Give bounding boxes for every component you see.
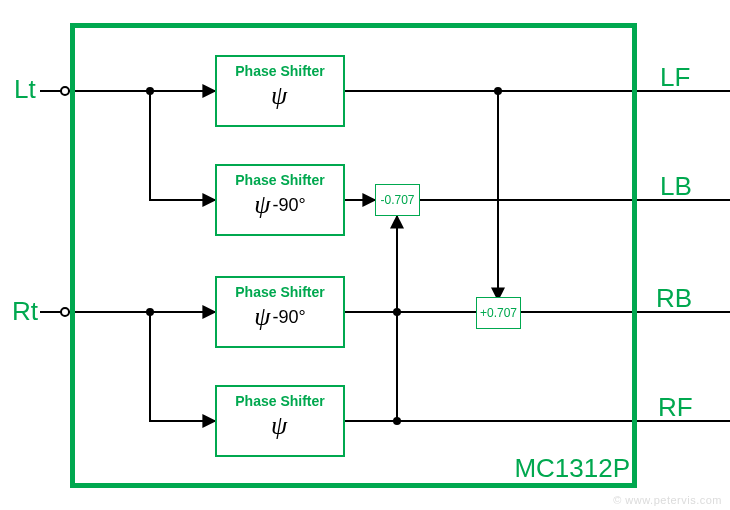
phase-shifter-2-symbol: ψ-90° — [217, 190, 343, 220]
node-rt-split — [146, 308, 154, 316]
chip-outline — [70, 23, 637, 488]
gain-lb: -0.707 — [375, 184, 420, 216]
phase-shifter-3-title: Phase Shifter — [217, 284, 343, 300]
phase-shifter-3-symbol: ψ-90° — [217, 302, 343, 332]
node-lf-tap — [494, 87, 502, 95]
node-rf-tap — [393, 417, 401, 425]
watermark: © www.petervis.com — [613, 494, 722, 506]
port-label-lb: LB — [660, 171, 692, 202]
phase-shifter-1: Phase Shifter ψ — [215, 55, 345, 127]
port-label-lt: Lt — [14, 74, 36, 105]
phase-shifter-1-title: Phase Shifter — [217, 63, 343, 79]
port-lt-terminal — [60, 86, 70, 96]
port-label-rt: Rt — [12, 296, 38, 327]
phase-shifter-3: Phase Shifter ψ-90° — [215, 276, 345, 348]
phase-shifter-2: Phase Shifter ψ-90° — [215, 164, 345, 236]
phase-shifter-2-title: Phase Shifter — [217, 172, 343, 188]
port-rt-terminal — [60, 307, 70, 317]
gain-rb: +0.707 — [476, 297, 521, 329]
chip-name: MC1312P — [514, 453, 630, 484]
port-label-lf: LF — [660, 62, 690, 93]
phase-shifter-4-title: Phase Shifter — [217, 393, 343, 409]
diagram-canvas: Phase Shifter ψ Phase Shifter ψ-90° Phas… — [0, 0, 730, 510]
phase-shifter-4: Phase Shifter ψ — [215, 385, 345, 457]
phase-shifter-1-symbol: ψ — [217, 81, 343, 111]
port-label-rf: RF — [658, 392, 693, 423]
port-label-rb: RB — [656, 283, 692, 314]
node-ps3-tap — [393, 308, 401, 316]
phase-shifter-4-symbol: ψ — [217, 411, 343, 441]
node-lt-split — [146, 87, 154, 95]
